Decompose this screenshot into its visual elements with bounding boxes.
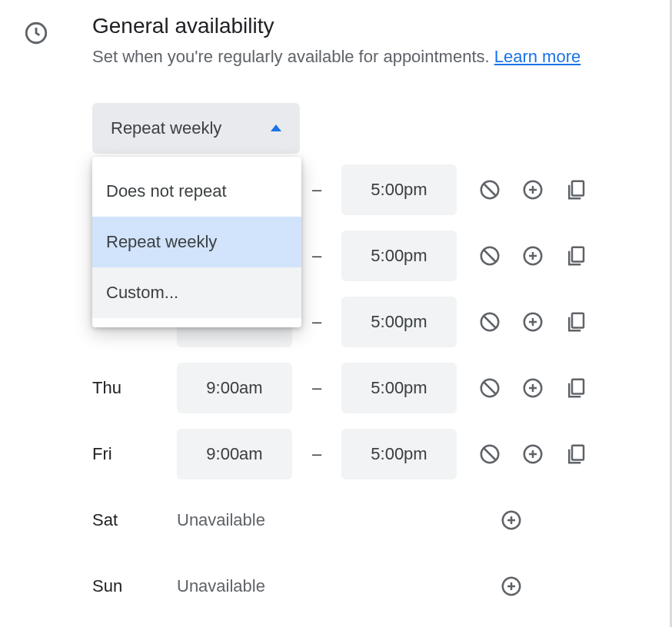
header-text: General availability Set when you're reg… — [92, 14, 581, 69]
unavailable-icon[interactable] — [478, 443, 501, 466]
subtitle-text: Set when you're regularly available for … — [92, 47, 494, 66]
svg-rect-24 — [572, 380, 584, 394]
day-label: Sat — [92, 510, 177, 530]
end-time-input[interactable]: 5:00pm — [341, 164, 457, 215]
time-separator: – — [292, 378, 341, 398]
repeat-dropdown-trigger[interactable]: Repeat weekly — [92, 103, 300, 154]
day-label: Fri — [92, 444, 177, 464]
end-time-input[interactable]: 5:00pm — [341, 231, 457, 281]
add-icon[interactable] — [521, 178, 544, 201]
unavailable-icon[interactable] — [478, 377, 501, 400]
add-icon[interactable] — [521, 310, 544, 333]
unavailable-icon[interactable] — [478, 178, 501, 201]
svg-line-2 — [484, 184, 496, 195]
start-time-input[interactable]: 9:00am — [177, 429, 292, 479]
end-time-input[interactable]: 5:00pm — [341, 363, 457, 413]
start-time-input[interactable]: 9:00am — [177, 363, 292, 413]
day-actions — [478, 178, 587, 201]
end-time-input[interactable]: 5:00pm — [341, 429, 457, 479]
svg-rect-30 — [572, 446, 584, 460]
day-label: Thu — [92, 378, 177, 398]
day-actions — [478, 244, 587, 267]
day-actions — [500, 509, 523, 532]
header-row: General availability Set when you're reg… — [23, 14, 670, 69]
copy-icon[interactable] — [564, 310, 587, 333]
svg-line-8 — [484, 250, 496, 261]
day-actions — [500, 575, 523, 598]
learn-more-link[interactable]: Learn more — [494, 47, 581, 66]
svg-rect-12 — [572, 247, 584, 262]
copy-icon[interactable] — [564, 377, 587, 400]
unavailable-icon[interactable] — [478, 244, 501, 267]
time-separator: – — [292, 444, 341, 464]
add-icon[interactable] — [500, 575, 523, 598]
repeat-option-repeat-weekly[interactable]: Repeat weekly — [92, 217, 301, 267]
add-icon[interactable] — [521, 443, 544, 466]
copy-icon[interactable] — [564, 178, 587, 201]
section-title: General availability — [92, 14, 581, 38]
availability-panel: General availability Set when you're reg… — [0, 0, 672, 627]
body-area: Repeat weekly Does not repeat Repeat wee… — [92, 103, 670, 612]
svg-line-26 — [484, 448, 496, 459]
copy-icon[interactable] — [564, 443, 587, 466]
end-time-input[interactable]: 5:00pm — [341, 297, 457, 347]
section-subtitle: Set when you're regularly available for … — [92, 45, 581, 69]
clock-icon — [23, 20, 49, 46]
unavailable-icon[interactable] — [478, 310, 501, 333]
day-actions — [478, 443, 587, 466]
add-icon[interactable] — [500, 509, 523, 532]
add-icon[interactable] — [521, 244, 544, 267]
repeat-option-custom[interactable]: Custom... — [92, 267, 301, 318]
unavailable-label: Unavailable — [177, 510, 457, 530]
svg-rect-18 — [572, 314, 584, 328]
day-row-thu: Thu 9:00am – 5:00pm — [92, 363, 670, 413]
unavailable-label: Unavailable — [177, 576, 457, 596]
repeat-dropdown-menu: Does not repeat Repeat weekly Custom... — [92, 157, 301, 327]
day-row-sun: Sun Unavailable — [92, 561, 670, 612]
chevron-up-icon — [271, 124, 281, 131]
day-label: Sun — [92, 576, 177, 596]
day-actions — [478, 377, 587, 400]
svg-line-20 — [484, 382, 496, 393]
day-row-sat: Sat Unavailable — [92, 495, 670, 546]
repeat-option-does-not-repeat[interactable]: Does not repeat — [92, 166, 301, 217]
svg-rect-6 — [572, 181, 584, 196]
svg-line-14 — [484, 316, 496, 327]
add-icon[interactable] — [521, 377, 544, 400]
day-row-fri: Fri 9:00am – 5:00pm — [92, 429, 670, 479]
day-actions — [478, 310, 587, 333]
copy-icon[interactable] — [564, 244, 587, 267]
repeat-current-label: Repeat weekly — [111, 118, 221, 138]
